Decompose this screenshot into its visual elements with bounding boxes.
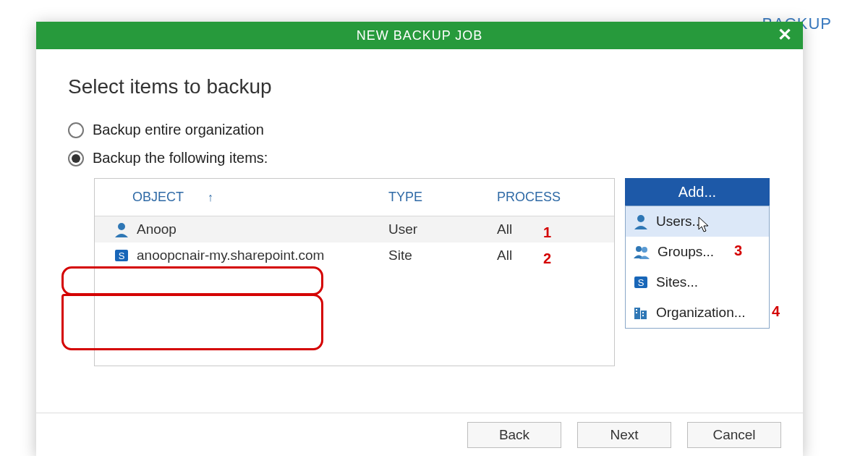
menu-label: Organization... (656, 305, 746, 321)
dialog-title: NEW BACKUP JOB (357, 28, 483, 43)
svg-text:S: S (638, 277, 644, 288)
svg-point-3 (637, 215, 644, 222)
process-value: All (497, 248, 512, 263)
svg-rect-10 (636, 309, 637, 311)
radio-label: Backup the following items: (93, 150, 268, 166)
menu-item-organization[interactable]: Organization... 4 (626, 297, 769, 328)
add-dropdown-menu: Users... Groups... 3 (625, 206, 770, 329)
menu-item-groups[interactable]: Groups... 3 (626, 237, 769, 267)
radio-backup-entire[interactable]: Backup entire organization (68, 122, 771, 138)
process-cell: All 1 (478, 221, 616, 237)
radio-label: Backup entire organization (93, 122, 264, 138)
items-area: OBJECT ↑ TYPE PROCESS Anoop (94, 178, 771, 366)
group-icon (633, 244, 650, 260)
process-value: All (497, 221, 512, 237)
annotation-2: 2 (543, 250, 551, 267)
col-object[interactable]: OBJECT ↑ (95, 190, 370, 205)
object-cell: Anoop (95, 221, 370, 237)
annotation-3: 3 (734, 242, 742, 259)
add-button[interactable]: Add... (625, 178, 770, 206)
object-name: anoopcnair-my.sharepoint.com (137, 248, 324, 263)
sharepoint-site-icon: S (633, 274, 649, 290)
radio-icon (68, 151, 84, 166)
next-button[interactable]: Next (577, 422, 671, 448)
close-icon[interactable]: ✕ (778, 25, 793, 45)
wizard-footer: Back Next Cancel (36, 413, 803, 456)
annotation-4: 4 (772, 303, 780, 320)
dialog-content: Select items to backup Backup entire org… (36, 49, 803, 413)
menu-item-users[interactable]: Users... (626, 206, 769, 237)
col-object-label: OBJECT (114, 190, 184, 204)
svg-text:S: S (119, 250, 125, 261)
menu-label: Users... (656, 214, 703, 229)
menu-label: Groups... (658, 244, 714, 260)
cancel-button[interactable]: Cancel (687, 422, 781, 448)
annotation-1: 1 (543, 224, 551, 241)
dialog-titlebar: NEW BACKUP JOB ✕ (36, 22, 803, 49)
table-row[interactable]: Anoop User All 1 (95, 216, 614, 242)
sort-asc-icon: ↑ (189, 191, 213, 203)
menu-item-sites[interactable]: S Sites... (626, 267, 769, 297)
col-type[interactable]: TYPE (370, 190, 478, 205)
type-cell: User (370, 221, 478, 237)
grid-header[interactable]: OBJECT ↑ TYPE PROCESS (95, 179, 614, 216)
object-name: Anoop (137, 221, 176, 237)
page-heading: Select items to backup (68, 75, 771, 98)
sharepoint-site-icon: S (114, 248, 129, 263)
svg-rect-12 (642, 312, 644, 313)
user-icon (633, 214, 649, 229)
object-cell: S anoopcnair-my.sharepoint.com (95, 248, 370, 263)
svg-point-4 (636, 246, 642, 252)
organization-icon (633, 305, 649, 321)
process-cell: All 2 (478, 248, 616, 263)
radio-backup-following[interactable]: Backup the following items: (68, 150, 771, 166)
side-panel: Add... Users... (625, 178, 770, 366)
col-process[interactable]: PROCESS (478, 190, 616, 205)
svg-rect-11 (636, 312, 637, 313)
svg-point-0 (118, 223, 125, 230)
table-row[interactable]: S anoopcnair-my.sharepoint.com Site All … (95, 242, 614, 269)
new-backup-job-dialog: NEW BACKUP JOB ✕ Select items to backup … (36, 22, 803, 456)
radio-icon (68, 122, 84, 138)
svg-rect-13 (642, 315, 644, 316)
items-grid[interactable]: OBJECT ↑ TYPE PROCESS Anoop (94, 178, 615, 366)
svg-point-5 (642, 247, 647, 253)
menu-label: Sites... (656, 274, 698, 290)
type-cell: Site (370, 248, 478, 263)
user-icon (114, 221, 129, 237)
back-button[interactable]: Back (467, 422, 561, 448)
